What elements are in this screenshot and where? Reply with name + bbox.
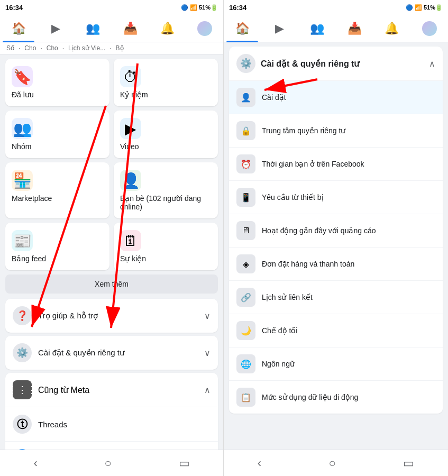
breadcrumb-cho1: Cho bbox=[24, 44, 36, 52]
right-notifications-icon: 🔔 bbox=[385, 22, 399, 35]
nav-home[interactable]: 🏠 bbox=[3, 15, 34, 42]
card-memories[interactable]: ⏱ Kỷ niệm bbox=[114, 59, 218, 106]
time-on-fb-label: Thời gian bạn ở trên Facebook bbox=[262, 160, 364, 168]
watch-icon: ▶ bbox=[51, 22, 60, 35]
messenger-item[interactable]: 💬 Messenger bbox=[5, 441, 218, 450]
language-item[interactable]: 🌐 Ngôn ngữ bbox=[229, 347, 443, 380]
card-events[interactable]: 🗓 Sự kiện bbox=[114, 223, 218, 270]
card-marketplace[interactable]: 🏪 Marketplace bbox=[5, 162, 109, 218]
right-nav-avatar[interactable] bbox=[414, 15, 445, 42]
notifications-icon: 🔔 bbox=[160, 22, 175, 35]
right-home-btn[interactable]: ○ bbox=[318, 452, 346, 474]
right-bluetooth-icon: 🔵 bbox=[406, 4, 413, 11]
ads-monitor-icon: 🖥 bbox=[236, 221, 255, 240]
marketplace-nav-icon: 📥 bbox=[123, 22, 138, 35]
help-left: ❓ Trợ giúp & hỗ trợ bbox=[13, 306, 98, 325]
video-label: Video bbox=[120, 142, 212, 151]
card-saved[interactable]: 🔖 Đã lưu bbox=[5, 59, 109, 106]
marketplace-card-icon: 🏪 bbox=[12, 170, 33, 191]
right-wifi-icon: 📶 bbox=[415, 4, 422, 11]
home-icon: 🏠 bbox=[12, 22, 26, 35]
right-nav-watch[interactable]: ▶ bbox=[264, 15, 296, 42]
right-time: 16:34 bbox=[229, 4, 246, 12]
link-history-item[interactable]: 🔗 Lịch sử liên kết bbox=[229, 280, 443, 314]
mobile-data-item[interactable]: 📋 Mức sử dụng dữ liệu di động bbox=[229, 380, 443, 414]
meta-chevron: ∧ bbox=[204, 385, 211, 395]
nav-marketplace[interactable]: 📥 bbox=[114, 15, 146, 42]
privacy-lock-icon: 🔒 bbox=[236, 121, 255, 140]
time-on-fb-item[interactable]: ⏰ Thời gian bạn ở trên Facebook bbox=[229, 147, 443, 180]
ads-activity-item[interactable]: 🖥 Hoạt động gần đây với quảng cáo bbox=[229, 214, 443, 247]
right-nav-notifications[interactable]: 🔔 bbox=[376, 15, 408, 42]
help-label: Trợ giúp & hỗ trợ bbox=[38, 311, 98, 321]
dark-mode-label: Chế độ tối bbox=[262, 326, 297, 335]
left-time: 16:34 bbox=[5, 4, 23, 12]
groups-card-icon: 👥 bbox=[12, 118, 33, 139]
card-friends[interactable]: 👤 Bạn bè (102 người đang online) bbox=[114, 162, 218, 218]
threads-item[interactable]: ⓣ Threads bbox=[5, 407, 218, 441]
breadcrumb-history: Lịch sử Vie... bbox=[68, 44, 105, 52]
home-btn[interactable]: ○ bbox=[94, 452, 122, 474]
settings-main-label: Cài đặt bbox=[262, 93, 286, 102]
left-bottom-nav: ‹ ○ ▭ bbox=[0, 450, 223, 476]
help-chevron: ∨ bbox=[204, 311, 211, 321]
nav-notifications[interactable]: 🔔 bbox=[151, 15, 183, 42]
breadcrumb-sep2: · bbox=[40, 44, 42, 52]
nav-watch[interactable]: ▶ bbox=[40, 15, 71, 42]
card-video[interactable]: ▶ Video bbox=[114, 111, 218, 158]
wifi-icon: 📶 bbox=[190, 4, 197, 11]
card-groups[interactable]: 👥 Nhóm bbox=[5, 111, 109, 158]
settings-privacy-section: ⚙️ Cài đặt & quyền riêng tư ∧ 👤 Cài đặt … bbox=[229, 47, 443, 414]
groups-icon: 👥 bbox=[86, 22, 100, 35]
right-home-icon: 🏠 bbox=[235, 22, 250, 35]
nav-avatar[interactable] bbox=[189, 15, 221, 42]
user-avatar bbox=[197, 21, 212, 36]
marketplace-label: Marketplace bbox=[12, 194, 103, 203]
memories-icon: ⏱ bbox=[120, 66, 141, 87]
meta-dots-icon: ⋮⋮⋮ bbox=[13, 380, 32, 399]
bluetooth-icon: 🔵 bbox=[181, 4, 188, 11]
privacy-center-item[interactable]: 🔒 Trung tâm quyền riêng tư bbox=[229, 114, 443, 147]
meta-header[interactable]: ⋮⋮⋮ Cũng từ Meta ∧ bbox=[5, 373, 218, 407]
breadcrumb-bar: Số · Cho · Cho · Lịch sử Vie... · Bộ bbox=[0, 42, 223, 54]
settings-label: Cài đặt & quyền riêng tư bbox=[38, 348, 125, 358]
mobile-data-label: Mức sử dụng dữ liệu di động bbox=[262, 393, 358, 401]
link-history-label: Lịch sử liên kết bbox=[262, 293, 313, 301]
card-feed[interactable]: 📰 Bảng feed bbox=[5, 223, 109, 270]
right-recents-btn[interactable]: ▭ bbox=[392, 452, 425, 474]
language-label: Ngôn ngữ bbox=[262, 360, 295, 368]
feed-icon: 📰 bbox=[12, 230, 33, 251]
right-status-bar: 16:34 🔵 📶 51%🔋 bbox=[224, 0, 448, 15]
left-settings-section[interactable]: ⚙️ Cài đặt & quyền riêng tư ∨ bbox=[5, 336, 218, 370]
settings-main-item[interactable]: 👤 Cài đặt bbox=[229, 80, 443, 114]
time-clock-icon: ⏰ bbox=[236, 154, 255, 173]
help-icon: ❓ bbox=[13, 306, 32, 325]
right-battery-icon: 51%🔋 bbox=[424, 4, 443, 11]
right-panel: 16:34 🔵 📶 51%🔋 🏠 ▶ 👥 📥 🔔 bbox=[224, 0, 448, 476]
nav-groups[interactable]: 👥 bbox=[77, 15, 109, 42]
recents-btn[interactable]: ▭ bbox=[168, 452, 200, 474]
right-groups-icon: 👥 bbox=[310, 22, 324, 35]
dark-mode-item[interactable]: 🌙 Chế độ tối bbox=[229, 314, 443, 347]
memories-label: Kỷ niệm bbox=[120, 90, 212, 99]
orders-item[interactable]: ◈ Đơn đặt hàng và thanh toán bbox=[229, 247, 443, 280]
see-more-button[interactable]: Xem thêm bbox=[5, 274, 218, 294]
help-section[interactable]: ❓ Trợ giúp & hỗ trợ ∨ bbox=[5, 299, 218, 333]
threads-icon: ⓣ bbox=[13, 415, 32, 434]
right-nav-home[interactable]: 🏠 bbox=[226, 15, 258, 42]
threads-label: Threads bbox=[38, 420, 67, 429]
settings-privacy-header[interactable]: ⚙️ Cài đặt & quyền riêng tư ∧ bbox=[229, 47, 443, 80]
right-bottom-nav: ‹ ○ ▭ bbox=[224, 450, 448, 476]
right-nav-groups[interactable]: 👥 bbox=[301, 15, 333, 42]
menu-grid: 🔖 Đã lưu ⏱ Kỷ niệm 👥 Nhóm ▶ Video 🏪 Mark… bbox=[5, 59, 218, 270]
video-icon: ▶ bbox=[120, 118, 141, 139]
settings-left: ⚙️ Cài đặt & quyền riêng tư bbox=[13, 343, 125, 362]
right-user-avatar bbox=[422, 21, 437, 36]
moon-icon: 🌙 bbox=[236, 321, 255, 340]
settings-gear-icon: ⚙️ bbox=[13, 343, 32, 362]
saved-label: Đã lưu bbox=[12, 90, 103, 99]
device-request-item[interactable]: 📱 Yêu cầu từ thiết bị bbox=[229, 180, 443, 214]
right-nav-inbox[interactable]: 📥 bbox=[339, 15, 370, 42]
back-btn[interactable]: ‹ bbox=[23, 452, 48, 474]
right-back-btn[interactable]: ‹ bbox=[247, 452, 272, 474]
